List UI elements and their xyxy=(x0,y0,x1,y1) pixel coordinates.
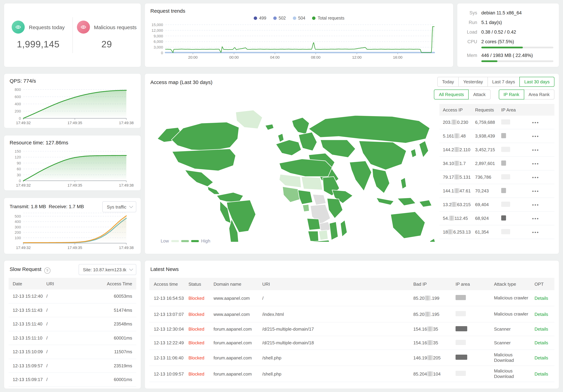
world-map[interactable] xyxy=(151,108,439,242)
rank-filter-group: IP RankArea Rank xyxy=(499,89,554,99)
request-count: 3,452,715 xyxy=(475,147,501,152)
access-time: 12-13 10:09:57 xyxy=(149,371,189,376)
tab-yesterday[interactable]: Yesterday xyxy=(459,77,488,87)
access-time: 12-13 12:22:49 xyxy=(149,340,189,345)
stat-malicious-requests: Malicious requests 29 xyxy=(73,21,141,50)
legend-swatch xyxy=(191,240,199,242)
svg-text:20:00: 20:00 xyxy=(188,55,198,60)
row-actions-button[interactable]: ••• xyxy=(532,202,554,207)
redacted-text xyxy=(454,188,460,193)
svg-text:30: 30 xyxy=(17,173,21,177)
svg-text:800: 800 xyxy=(14,87,21,92)
redacted-flag xyxy=(501,174,510,179)
details-link[interactable]: Details xyxy=(535,327,554,332)
date: 12-13 15:11:10 xyxy=(9,335,46,341)
date: 12-13 15:12:40 xyxy=(9,294,46,299)
site-select[interactable]: Site: 10.87.kern123.tk xyxy=(78,264,136,275)
tab-today[interactable]: Today xyxy=(437,77,459,87)
request-trends-chart[interactable]: 03,0006,0009,00012,00015,00020:0000:0004… xyxy=(145,3,453,65)
domain-name: www.aapanel.com xyxy=(214,295,262,301)
card-title: Access map (Last 30 days) xyxy=(150,79,213,85)
card-title: Latest News xyxy=(150,266,179,272)
row-actions-button[interactable]: ••• xyxy=(532,120,554,125)
access-time: 23548ms xyxy=(94,321,136,327)
date-range-tabs: TodayYesterdayLast 7 daysLast 30 days xyxy=(437,77,554,87)
row-actions-button[interactable]: ••• xyxy=(532,133,554,139)
ip-area xyxy=(501,201,532,208)
ip-area xyxy=(501,229,532,235)
news-row: 12-13 13:07:07Blockedwww.aapanel.com/ind… xyxy=(149,306,554,322)
filter-ip-rank[interactable]: IP Rank xyxy=(499,89,524,99)
date: 12-13 15:10:09 xyxy=(9,349,46,355)
attack-type: Malformed file xyxy=(494,382,535,389)
row-actions-button[interactable]: ••• xyxy=(532,161,554,166)
ip-area xyxy=(501,147,532,153)
legend-swatch xyxy=(181,240,189,242)
news-row: 12-13 10:09:57Blockedforum.aapanel.com/s… xyxy=(149,366,554,382)
filter-area-rank[interactable]: Area Rank xyxy=(524,89,554,99)
access-time: 11507ms xyxy=(94,349,136,355)
access-time: 60001ms xyxy=(94,335,136,341)
slow-request-row: 12-13 15:11:10/60001ms xyxy=(9,331,136,345)
legend-item[interactable]: 504 xyxy=(293,16,305,21)
svg-text:90: 90 xyxy=(17,161,21,165)
attack-type: Malicious Download xyxy=(494,368,535,379)
filter-attack[interactable]: Attack xyxy=(468,89,490,99)
card-title: Resource time: 127.86ms xyxy=(10,140,68,146)
redacted-text xyxy=(427,355,433,360)
uri: / xyxy=(46,335,94,341)
news-row-partial: Malformed file xyxy=(149,382,554,389)
svg-text:17:49:32: 17:49:32 xyxy=(16,245,31,250)
domain-name: forum.aapanel.com xyxy=(214,355,262,360)
uri: / xyxy=(262,295,413,301)
chart-legend: 499502504Total requests xyxy=(145,16,453,21)
row-actions-button[interactable]: ••• xyxy=(532,174,554,180)
svg-text:17:49:38: 17:49:38 xyxy=(119,121,134,125)
redacted-text xyxy=(449,216,455,220)
details-link[interactable]: Details xyxy=(535,340,554,345)
row-actions-button[interactable]: ••• xyxy=(532,147,554,152)
system-row: Run5.1 day(s) xyxy=(463,20,553,25)
attack-type: Scanner xyxy=(494,326,535,332)
progress-bar xyxy=(481,47,553,48)
legend-swatch xyxy=(171,240,179,242)
svg-text:15,000: 15,000 xyxy=(152,23,163,27)
domain-name: forum.aapanel.com xyxy=(214,327,262,332)
details-link[interactable]: Details xyxy=(535,371,554,376)
traffic-type-select[interactable]: Sys traffic xyxy=(102,201,136,212)
svg-text:200: 200 xyxy=(14,109,21,113)
stat-value: 1,999,145 xyxy=(17,39,60,50)
legend-dot-icon xyxy=(273,16,277,20)
ip-area xyxy=(456,326,494,332)
details-link[interactable]: Details xyxy=(535,355,554,360)
filter-all-requests[interactable]: All Requests xyxy=(434,89,469,99)
attack-type: Malicious crawler xyxy=(494,311,535,317)
redacted-text xyxy=(454,161,460,166)
redacted-flag xyxy=(456,295,466,300)
uri: /shell.php xyxy=(262,371,413,376)
traffic-card: Transmit: 1.8 MB Receive: 1.7 MB Sys tra… xyxy=(4,198,141,254)
slow-request-row: 12-13 15:09:17/60001ms xyxy=(9,373,136,387)
ip-area xyxy=(501,119,532,125)
ip-area xyxy=(501,188,532,194)
system-row: Sysdebian 11.5 x86_64 xyxy=(463,10,553,15)
uri: / xyxy=(46,363,94,368)
legend-item[interactable]: 502 xyxy=(273,16,286,21)
tab-last-7-days[interactable]: Last 7 days xyxy=(487,77,520,87)
stat-label: Malicious requests xyxy=(94,24,136,30)
traffic-title: Transmit: 1.8 MB Receive: 1.7 MB xyxy=(10,204,84,209)
system-row: Load0.38 / 0.52 / 0.42 xyxy=(463,29,553,35)
details-link[interactable]: Details xyxy=(535,312,554,317)
tab-last-30-days[interactable]: Last 30 days xyxy=(520,77,554,87)
details-link[interactable]: Details xyxy=(535,295,554,301)
attack-type: Scanner xyxy=(494,340,535,345)
legend-item[interactable]: Total requests xyxy=(312,16,345,21)
legend-item[interactable]: 499 xyxy=(254,16,266,21)
help-icon[interactable]: ? xyxy=(44,268,50,274)
ip-rank-row: 203.0.2306,759,688••• xyxy=(439,116,554,129)
row-actions-button[interactable]: ••• xyxy=(532,188,554,194)
row-actions-button[interactable]: ••• xyxy=(532,229,554,235)
ip-area xyxy=(501,133,532,139)
row-actions-button[interactable]: ••• xyxy=(532,216,554,221)
status-badge: Blocked xyxy=(189,327,214,332)
